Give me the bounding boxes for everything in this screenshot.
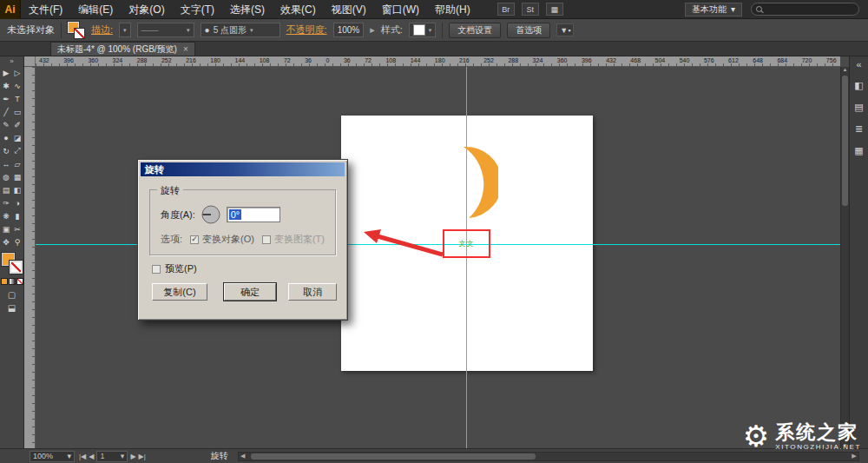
rotation-dial-icon[interactable] [201, 205, 220, 224]
draw-mode-icon[interactable]: ▢ [8, 290, 16, 300]
close-icon[interactable]: × [183, 44, 188, 54]
transform-pattern-checkbox[interactable]: 变换图案(T) [262, 233, 325, 246]
menu-item[interactable]: 效果(C) [273, 0, 324, 19]
shape-builder-tool-icon[interactable]: ◍ [1, 170, 12, 183]
menu-item[interactable]: 视图(V) [324, 0, 374, 19]
type-tool-icon[interactable]: T [12, 92, 23, 105]
zoom-dropdown[interactable]: 100% ▾ [30, 451, 75, 462]
align-panel-icon[interactable]: ▼▪ [556, 23, 574, 36]
gradient-button[interactable] [9, 278, 16, 285]
perspective-grid-tool-icon[interactable]: ▦ [12, 170, 23, 183]
none-button[interactable] [16, 278, 23, 285]
menu-item[interactable]: 窗口(W) [374, 0, 427, 19]
menu-item[interactable]: 选择(S) [222, 0, 273, 19]
color-panel-icon[interactable]: ◧ [854, 80, 863, 91]
menu-item[interactable]: 文字(T) [173, 0, 222, 19]
menu-item[interactable]: 对象(O) [121, 0, 172, 19]
preferences-button[interactable]: 首选项 [507, 23, 550, 38]
fill-stroke-indicator[interactable] [2, 253, 23, 274]
preview-checkbox[interactable]: 预览(P) [152, 262, 197, 275]
text-object[interactable]: 文文 [459, 239, 475, 248]
scale-tool-icon[interactable]: ⤢ [12, 144, 23, 157]
scroll-left-icon[interactable]: ◀ [239, 453, 247, 460]
pen-tool-icon[interactable]: ✒ [1, 92, 12, 105]
appearance-panel-icon[interactable]: ▤ [854, 102, 863, 113]
opacity-value[interactable]: 100% [333, 23, 365, 37]
width-tool-icon[interactable]: ↔ [1, 157, 12, 170]
menu-item[interactable]: 帮助(H) [427, 0, 478, 19]
free-transform-tool-icon[interactable]: ▱ [12, 157, 23, 170]
magic-wand-tool-icon[interactable]: ✱ [1, 79, 12, 92]
arrange-documents-icon[interactable]: ▦ [546, 3, 563, 16]
vertical-scrollbar[interactable]: ▲ ▼ [840, 67, 849, 448]
brush-dropdown[interactable]: ● 5 点圆形 ▾ [201, 23, 280, 37]
scroll-right-icon[interactable]: ▶ [850, 453, 858, 460]
style-dropdown[interactable]: ▾ [409, 23, 437, 37]
vertical-ruler[interactable] [24, 67, 36, 448]
stock-icon[interactable]: St [522, 3, 539, 16]
zoom-tool-icon[interactable]: ⚲ [12, 235, 23, 248]
prev-artboard-icon[interactable]: ◀ [89, 453, 94, 460]
document-setup-button[interactable]: 文档设置 [449, 23, 501, 38]
stroke-color-swatch[interactable] [74, 28, 85, 39]
cancel-button[interactable]: 取消 [288, 283, 337, 301]
vertical-scroll-thumb[interactable] [842, 76, 848, 206]
fill-stroke-swatches[interactable] [68, 22, 85, 39]
selection-tool-icon[interactable]: ▶ [1, 66, 12, 79]
crescent-shape[interactable] [451, 143, 498, 222]
ok-button[interactable]: 确定 [224, 283, 276, 301]
layers-panel-icon[interactable]: ≣ [855, 123, 863, 135]
screen-mode-icon[interactable]: ⬓ [8, 303, 16, 313]
color-button[interactable] [1, 278, 8, 285]
artboard-number-dropdown[interactable]: 1 ▾ [96, 451, 128, 462]
eyedropper-tool-icon[interactable]: ✑ [1, 196, 12, 209]
stroke-weight-dropdown[interactable]: ▾ [119, 23, 131, 37]
checkbox-empty-icon[interactable] [152, 265, 161, 274]
selection-rect[interactable]: 文文 [443, 229, 490, 258]
gradient-tool-icon[interactable]: ◧ [12, 183, 23, 196]
first-artboard-icon[interactable]: |◀ [79, 453, 86, 460]
mesh-tool-icon[interactable]: ▤ [1, 183, 12, 196]
document-tab[interactable]: 未标题-4* @ 100% (RGB/预览) × [50, 42, 195, 56]
copy-button[interactable]: 复制(C) [152, 283, 207, 301]
paintbrush-tool-icon[interactable]: ✎ [1, 118, 12, 131]
rectangle-tool-icon[interactable]: ▭ [12, 105, 23, 118]
width-profile-dropdown[interactable]: ——▾ [137, 23, 194, 37]
hand-tool-icon[interactable]: ✥ [1, 235, 12, 248]
stroke-link[interactable]: 描边: [91, 23, 113, 36]
transform-object-checkbox[interactable]: ✓ 变换对象(O) [190, 233, 254, 246]
opacity-link[interactable]: 不透明度: [286, 23, 327, 36]
scroll-up-icon[interactable]: ▲ [841, 67, 849, 72]
workspace-switcher[interactable]: 基本功能 ▾ [685, 3, 742, 17]
horizontal-ruler[interactable]: 4323963603242882522161801441087236036721… [24, 56, 840, 67]
bridge-icon[interactable]: Br [497, 3, 515, 16]
collapse-panels-icon[interactable]: « [856, 59, 861, 69]
slice-tool-icon[interactable]: ✂ [12, 222, 23, 235]
stroke-none-swatch[interactable] [10, 261, 23, 274]
angle-input[interactable]: 0° [227, 207, 280, 222]
rotate-tool-icon[interactable]: ↻ [1, 144, 12, 157]
checkbox-empty-icon[interactable] [262, 235, 271, 244]
checkbox-checked-icon[interactable]: ✓ [190, 235, 199, 244]
menu-item[interactable]: 编辑(E) [70, 0, 121, 19]
opacity-arrow-icon[interactable]: ▸ [370, 24, 375, 36]
direct-selection-tool-icon[interactable]: ▷ [12, 66, 23, 79]
blob-brush-tool-icon[interactable]: ● [1, 131, 12, 144]
blend-tool-icon[interactable]: ◑ [12, 196, 23, 209]
eraser-tool-icon[interactable]: ◪ [12, 131, 23, 144]
artboard-tool-icon[interactable]: ▣ [1, 222, 12, 235]
horizontal-scroll-thumb[interactable] [251, 453, 536, 460]
collapse-toolbar-icon[interactable]: » [10, 57, 13, 65]
search-input[interactable] [751, 3, 859, 16]
last-artboard-icon[interactable]: ▶| [139, 453, 146, 460]
next-artboard-icon[interactable]: ▶ [130, 453, 135, 460]
dialog-title-bar[interactable]: 旋转 [141, 162, 345, 176]
symbol-sprayer-tool-icon[interactable]: ❋ [1, 209, 12, 222]
lasso-tool-icon[interactable]: ∿ [12, 79, 23, 92]
pencil-tool-icon[interactable]: ✐ [12, 118, 23, 131]
swatches-panel-icon[interactable]: ▦ [854, 145, 863, 156]
menu-item[interactable]: 文件(F) [21, 0, 70, 19]
column-graph-tool-icon[interactable]: ▮ [12, 209, 23, 222]
horizontal-scrollbar[interactable]: ◀ ▶ [238, 452, 859, 461]
line-segment-tool-icon[interactable]: ╱ [1, 105, 12, 118]
